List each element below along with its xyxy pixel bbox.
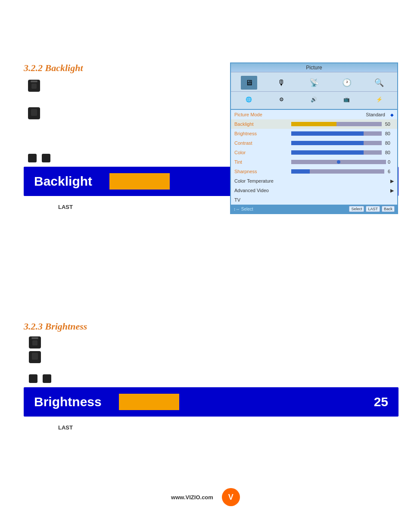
tv-menu-nav-hint: ↕↔ Select (234, 207, 253, 212)
tv-menu-row: Picture ModeStandard◆ (231, 110, 397, 119)
tv-icon-search: 🔍 (371, 76, 387, 90)
brightness-remote-icon-2 (29, 351, 41, 363)
tv-menu-row: Color 80 (231, 148, 397, 157)
remote-icon-right (42, 154, 50, 162)
brightness-bar-value: 25 (374, 395, 388, 409)
tv-menu-row: Color Temperature▶ (231, 176, 397, 186)
tv-menu-bottom-buttons: Select LAST Back (349, 206, 395, 212)
tv-menu-icons-row2: 🌐 ⚙ 🔊 📺 ⚡ (231, 92, 397, 110)
tv-btn-select: Select (349, 206, 364, 212)
tv-icon-satellite: 📡 (306, 76, 322, 90)
tv-menu-row: Backlight 50 (231, 119, 397, 129)
brightness-slider (119, 394, 179, 410)
tv-menu-row: Brightness 80 (231, 129, 397, 138)
brightness-icons-row (29, 374, 399, 383)
tv-menu-row: Contrast 80 (231, 138, 397, 148)
brightness-remote-right (43, 374, 51, 383)
tv-menu-row: Sharpness 6 (231, 167, 397, 176)
brightness-remote-icon-1 (29, 336, 41, 348)
tv-menu-row: Tint 0 (231, 157, 397, 167)
vizio-logo: V (222, 488, 240, 506)
backlight-slider (109, 173, 170, 190)
brightness-heading-num: 3.2.3 (24, 321, 43, 332)
tv-menu-row: TV (231, 195, 397, 205)
tv-btn-back: Back (382, 206, 395, 212)
tv-icon-sub2: ⚙ (273, 93, 290, 106)
brightness-remote-stack (29, 336, 399, 363)
tv-icon-sub1: 🌐 (241, 93, 257, 106)
tv-menu-row: Advanced Video▶ (231, 186, 397, 195)
backlight-bar-label: Backlight (34, 174, 92, 189)
brightness-last: LAST (58, 424, 399, 431)
tv-menu-screenshot: Picture 🖥 🎙 📡 🕐 🔍 🌐 ⚙ 🔊 📺 ⚡ Picture Mode… (230, 62, 398, 214)
brightness-remote-left (29, 374, 37, 383)
tv-menu-bottom-bar: ↕↔ Select Select LAST Back (231, 205, 397, 213)
brightness-heading-name: Brightness (45, 321, 87, 332)
tv-btn-last: LAST (366, 206, 380, 212)
remote-icon-1 (28, 80, 40, 92)
tv-icon-sub4: 📺 (339, 93, 355, 106)
brightness-section: 3.2.3 Brightness Brightness 25 LAST (24, 321, 399, 431)
tv-icon-sub3: 🔊 (306, 93, 322, 106)
remote-icon-2 (28, 107, 40, 119)
backlight-heading-num: 3.2.2 (24, 62, 43, 73)
remote-icon-left (28, 154, 37, 162)
vizio-footer: www.VIZIO.com V (0, 488, 411, 506)
tv-menu-title: Picture (231, 63, 397, 72)
tv-icon-audio: 🎙 (273, 76, 290, 90)
vizio-url: www.VIZIO.com (171, 494, 213, 501)
brightness-bar-label: Brightness (34, 395, 102, 409)
tv-menu-rows: Picture ModeStandard◆Backlight 50Brightn… (231, 110, 397, 205)
tv-icon-clock: 🕐 (339, 76, 355, 90)
brightness-heading: 3.2.3 Brightness (24, 321, 399, 332)
brightness-info-bar: Brightness 25 (24, 387, 399, 417)
tv-icon-sub5: ⚡ (371, 93, 387, 106)
backlight-heading-name: Backlight (45, 62, 83, 73)
tv-icon-monitor: 🖥 (241, 76, 257, 90)
tv-menu-icons-row1: 🖥 🎙 📡 🕐 🔍 (231, 72, 397, 92)
brightness-icons-col (29, 336, 399, 383)
